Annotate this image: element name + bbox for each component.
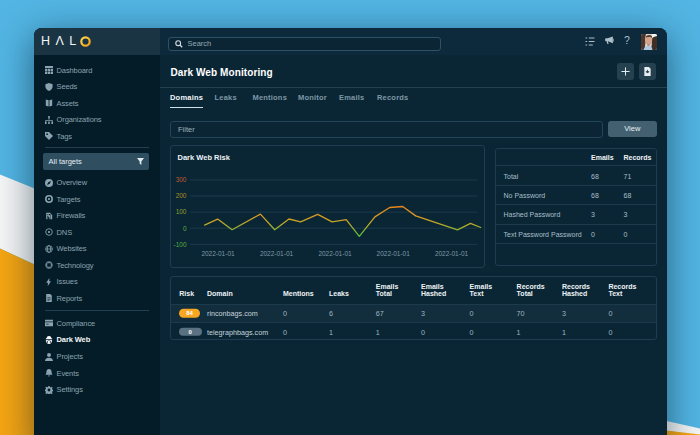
svg-text:2022-01-01: 2022-01-01: [318, 250, 352, 257]
svg-text:Dark Web Risk: Dark Web Risk: [178, 153, 231, 162]
svg-text:2022-01-01: 2022-01-01: [260, 250, 294, 257]
svg-text:2022-01-01: 2022-01-01: [435, 250, 469, 257]
svg-text:300: 300: [176, 176, 187, 183]
svg-text:200: 200: [176, 192, 187, 199]
svg-text:2022-01-01: 2022-01-01: [377, 250, 411, 257]
svg-text:100: 100: [176, 208, 187, 215]
svg-text:0: 0: [183, 225, 187, 232]
svg-text:2022-01-01: 2022-01-01: [201, 250, 235, 257]
svg-text:-100: -100: [173, 241, 186, 248]
